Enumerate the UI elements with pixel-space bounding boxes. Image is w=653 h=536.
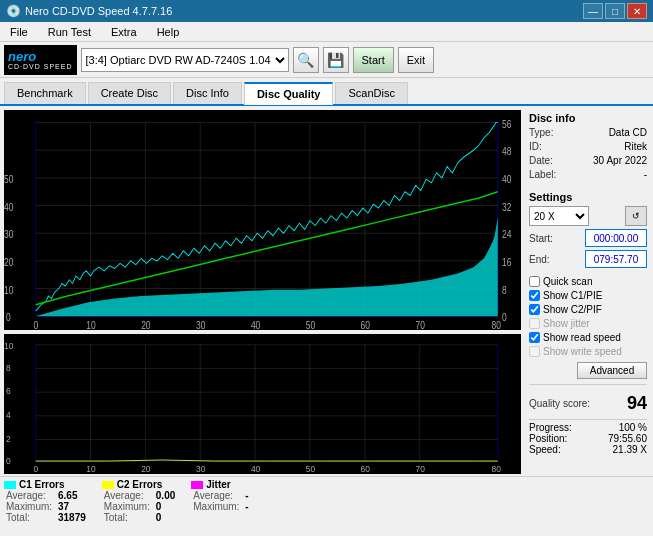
title-bar: 💿 Nero CD-DVD Speed 4.7.7.16 — □ ✕ (0, 0, 653, 22)
svg-text:30: 30 (196, 464, 206, 474)
speed-stat-label: Speed: (529, 444, 561, 455)
show-jitter-row: Show jitter (529, 318, 647, 329)
svg-text:10: 10 (4, 285, 13, 296)
speed-row: 20 X ↺ (529, 206, 647, 226)
c2-total-val: 0 (156, 512, 162, 523)
disc-type-val: Data CD (609, 127, 647, 138)
legend-bar: C1 Errors Average: 6.65 Maximum: 37 Tota… (0, 476, 653, 536)
svg-text:30: 30 (4, 230, 13, 241)
disc-id-val: Ritek (624, 141, 647, 152)
tab-disc-info[interactable]: Disc Info (173, 82, 242, 104)
end-row: End: (529, 250, 647, 268)
refresh-button[interactable]: ↺ (625, 206, 647, 226)
svg-text:80: 80 (491, 464, 501, 474)
menu-run-test[interactable]: Run Test (42, 24, 97, 40)
c2-average-val: 0.00 (156, 490, 175, 501)
jitter-color-swatch (191, 481, 203, 489)
jitter-average-row: Average: - (191, 490, 248, 501)
right-panel: Disc info Type: Data CD ID: Ritek Date: … (523, 106, 653, 476)
menu-file[interactable]: File (4, 24, 34, 40)
c1-max-row: Maximum: 37 (4, 501, 86, 512)
svg-text:30: 30 (196, 320, 205, 330)
tab-disc-quality[interactable]: Disc Quality (244, 82, 334, 105)
close-button[interactable]: ✕ (627, 3, 647, 19)
svg-text:50: 50 (4, 174, 13, 185)
show-c2pif-checkbox[interactable] (529, 304, 540, 315)
exit-button[interactable]: Exit (398, 47, 434, 73)
tab-benchmark[interactable]: Benchmark (4, 82, 86, 104)
svg-text:32: 32 (502, 202, 511, 213)
progress-val: 100 % (619, 422, 647, 433)
show-write-speed-checkbox[interactable] (529, 346, 540, 357)
svg-text:16: 16 (502, 257, 511, 268)
svg-text:20: 20 (141, 464, 151, 474)
disc-id-row: ID: Ritek (529, 141, 647, 152)
show-read-speed-checkbox[interactable] (529, 332, 540, 343)
tab-bar: Benchmark Create Disc Disc Info Disc Qua… (0, 78, 653, 106)
speed-select[interactable]: 20 X (529, 206, 589, 226)
save-icon[interactable]: 💾 (323, 47, 349, 73)
title-bar-text: Nero CD-DVD Speed 4.7.7.16 (25, 5, 172, 17)
svg-text:56: 56 (502, 119, 511, 130)
disc-label-label: Label: (529, 169, 556, 180)
svg-text:10: 10 (86, 320, 95, 330)
svg-text:6: 6 (6, 386, 11, 396)
device-select[interactable]: [3:4] Optiarc DVD RW AD-7240S 1.04 (81, 48, 289, 72)
show-read-speed-row: Show read speed (529, 332, 647, 343)
svg-text:4: 4 (6, 410, 11, 420)
charts-panel-area: 0 10 20 30 40 50 0 8 16 24 32 40 48 56 (0, 106, 653, 476)
progress-row: Progress: 100 % (529, 422, 647, 433)
svg-text:48: 48 (502, 147, 511, 158)
svg-text:70: 70 (415, 464, 425, 474)
svg-text:0: 0 (34, 464, 39, 474)
quick-scan-checkbox[interactable] (529, 276, 540, 287)
jitter-max-val: - (245, 501, 248, 512)
c1-average-row: Average: 6.65 (4, 490, 86, 501)
show-c1pie-checkbox[interactable] (529, 290, 540, 301)
svg-text:50: 50 (306, 320, 315, 330)
jitter-average-val: - (245, 490, 248, 501)
disc-type-label: Type: (529, 127, 553, 138)
start-time-input[interactable] (585, 229, 647, 247)
quality-score-row: Quality score: 94 (529, 393, 647, 414)
charts-column: 0 10 20 30 40 50 0 8 16 24 32 40 48 56 (0, 106, 523, 476)
disc-info-title: Disc info (529, 112, 647, 124)
tab-scan-disc[interactable]: ScanDisc (335, 82, 407, 104)
start-label: Start: (529, 233, 553, 244)
svg-text:0: 0 (502, 313, 507, 324)
svg-text:20: 20 (4, 257, 13, 268)
c2-total-row: Total: 0 (102, 512, 175, 523)
c2-max-row: Maximum: 0 (102, 501, 175, 512)
svg-text:40: 40 (502, 174, 511, 185)
svg-text:24: 24 (502, 230, 511, 241)
svg-text:40: 40 (251, 464, 261, 474)
disc-type-row: Type: Data CD (529, 127, 647, 138)
svg-text:50: 50 (306, 464, 316, 474)
end-time-input[interactable] (585, 250, 647, 268)
maximize-button[interactable]: □ (605, 3, 625, 19)
show-jitter-checkbox[interactable] (529, 318, 540, 329)
show-jitter-label: Show jitter (543, 318, 590, 329)
disc-date-label: Date: (529, 155, 553, 166)
app-icon: 💿 (6, 4, 21, 18)
c2-max-val: 0 (156, 501, 162, 512)
minimize-button[interactable]: — (583, 3, 603, 19)
scan-icon[interactable]: 🔍 (293, 47, 319, 73)
speed-stat-val: 21.39 X (613, 444, 647, 455)
menu-extra[interactable]: Extra (105, 24, 143, 40)
start-button[interactable]: Start (353, 47, 394, 73)
position-val: 79:55.60 (608, 433, 647, 444)
show-c2pif-row: Show C2/PIF (529, 304, 647, 315)
toolbar: nero CD·DVD SPEED [3:4] Optiarc DVD RW A… (0, 42, 653, 78)
advanced-button[interactable]: Advanced (577, 362, 647, 379)
disc-label-row: Label: - (529, 169, 647, 180)
quick-scan-label: Quick scan (543, 276, 592, 287)
show-write-speed-row: Show write speed (529, 346, 647, 357)
menu-help[interactable]: Help (151, 24, 186, 40)
tab-create-disc[interactable]: Create Disc (88, 82, 171, 104)
progress-label: Progress: (529, 422, 572, 433)
position-label: Position: (529, 433, 567, 444)
end-label: End: (529, 254, 550, 265)
jitter-legend: Jitter Average: - Maximum: - (191, 479, 248, 536)
c1-total-val: 31879 (58, 512, 86, 523)
